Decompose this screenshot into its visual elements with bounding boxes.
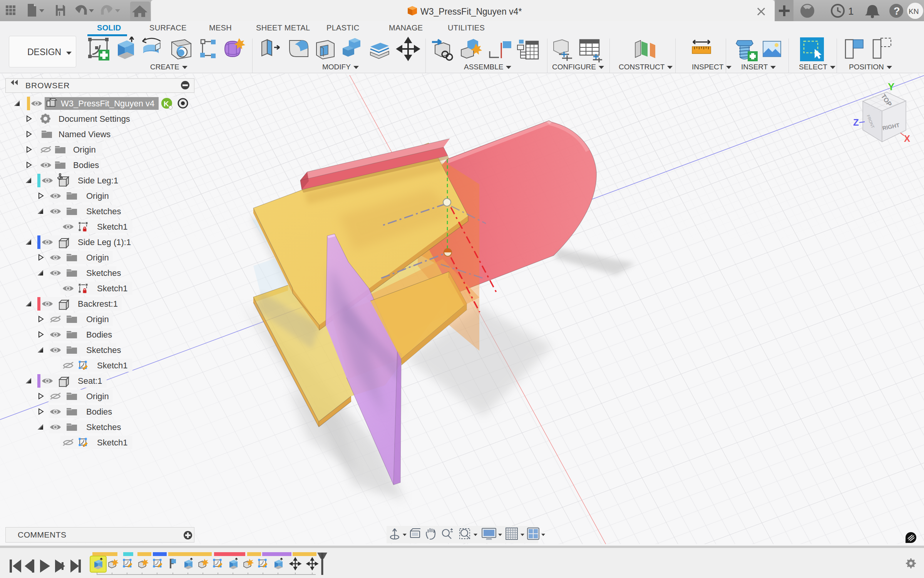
svg-text:Bodies: Bodies xyxy=(86,330,112,339)
svg-text:?: ? xyxy=(894,5,900,17)
svg-text:Backrest:1: Backrest:1 xyxy=(78,299,118,309)
svg-text:Bodies: Bodies xyxy=(86,407,112,417)
svg-text:K: K xyxy=(164,100,169,108)
svg-text:Sketch1: Sketch1 xyxy=(97,438,128,447)
svg-text:Side Leg:1: Side Leg:1 xyxy=(78,176,118,185)
svg-text:Sketches: Sketches xyxy=(86,422,121,432)
svg-text:W3_PressFit_Nguyen v4*: W3_PressFit_Nguyen v4* xyxy=(420,7,522,17)
svg-text:Side Leg (1):1: Side Leg (1):1 xyxy=(78,237,131,247)
svg-text:W3_PressFit_Nguyen v4: W3_PressFit_Nguyen v4 xyxy=(61,99,154,108)
svg-text:Document Settings: Document Settings xyxy=(59,114,130,124)
svg-text:Y: Y xyxy=(888,81,894,92)
svg-text:1: 1 xyxy=(848,5,854,17)
svg-text:Sketch1: Sketch1 xyxy=(97,361,128,370)
svg-text:Sketch1: Sketch1 xyxy=(97,222,128,232)
svg-text:Origin: Origin xyxy=(86,253,109,262)
svg-text:Sketches: Sketches xyxy=(86,268,121,278)
svg-text:Sketches: Sketches xyxy=(86,345,121,355)
svg-text:Z: Z xyxy=(853,117,859,128)
svg-text:X: X xyxy=(904,133,910,144)
svg-text:Seat:1: Seat:1 xyxy=(78,376,102,386)
svg-text:Sketch1: Sketch1 xyxy=(97,284,128,293)
svg-text:BROWSER: BROWSER xyxy=(25,81,70,90)
svg-text:Sketches: Sketches xyxy=(86,207,121,216)
svg-text:Bodies: Bodies xyxy=(73,160,99,170)
svg-text:Origin: Origin xyxy=(73,145,96,155)
svg-text:Origin: Origin xyxy=(86,191,109,201)
svg-text:Named Views: Named Views xyxy=(59,129,110,139)
svg-text:Origin: Origin xyxy=(86,314,109,324)
svg-text:Origin: Origin xyxy=(86,391,109,401)
svg-text:KN: KN xyxy=(909,7,919,15)
